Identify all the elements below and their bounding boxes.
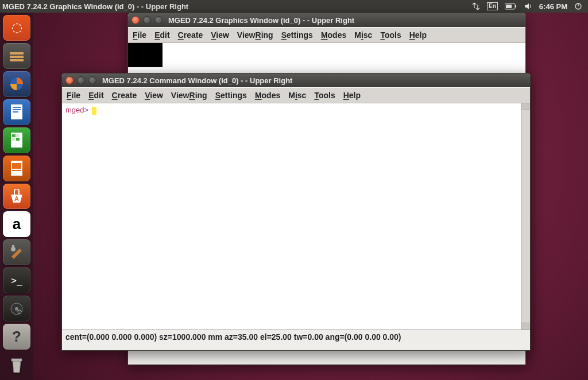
battery-icon[interactable] <box>505 3 517 10</box>
command-prompt: mged> <box>65 106 88 114</box>
svg-rect-11 <box>13 111 18 113</box>
menu-tools[interactable]: Tools <box>380 30 401 40</box>
menu-create[interactable]: Create <box>178 30 203 40</box>
svg-rect-4 <box>10 52 24 55</box>
svg-rect-9 <box>13 107 21 108</box>
graphics-window-titlebar[interactable]: MGED 7.24.2 Graphics Window (id_0) - - U… <box>128 13 525 27</box>
volume-icon[interactable] <box>524 2 532 10</box>
launcher-settings[interactable] <box>3 239 30 265</box>
scrollbar[interactable] <box>521 103 530 329</box>
menu-help[interactable]: Help <box>409 30 427 40</box>
svg-rect-2 <box>506 5 512 8</box>
session-icon[interactable] <box>574 2 582 10</box>
menu-settings[interactable]: Settings <box>215 91 247 100</box>
menu-view[interactable]: View <box>211 30 229 40</box>
launcher-software[interactable]: A <box>3 184 30 210</box>
svg-text:A: A <box>14 195 19 202</box>
launcher-writer[interactable] <box>3 99 30 125</box>
menu-viewring[interactable]: ViewRing <box>171 91 207 100</box>
menu-view[interactable]: View <box>145 91 163 100</box>
unity-launcher: ◌ A a >_ ? <box>0 13 33 380</box>
minimize-button[interactable] <box>143 16 151 24</box>
svg-rect-15 <box>12 138 16 141</box>
menu-misc[interactable]: Misc <box>354 30 372 40</box>
status-bar: cent=(0.000 0.000 0.000) sz=1000.000 mm … <box>62 329 530 343</box>
unity-top-bar: MGED 7.24.2 Graphics Window (id_0) - - U… <box>0 0 588 13</box>
command-menubar: File Edit Create View ViewRing Settings … <box>62 87 530 103</box>
menu-file[interactable]: File <box>133 30 146 40</box>
maximize-button[interactable] <box>154 16 163 24</box>
launcher-dash[interactable]: ◌ <box>3 15 30 41</box>
network-icon[interactable] <box>472 2 480 10</box>
minimize-button[interactable] <box>77 76 85 84</box>
launcher-firefox[interactable] <box>3 71 30 97</box>
menu-create[interactable]: Create <box>112 91 137 100</box>
svg-rect-5 <box>10 56 24 58</box>
graphics-window-title: MGED 7.24.2 Graphics Window (id_0) - - U… <box>168 16 354 25</box>
menu-help[interactable]: Help <box>343 91 361 100</box>
command-text-area[interactable]: mged> <box>62 103 530 329</box>
close-button[interactable] <box>65 76 74 84</box>
launcher-disk[interactable] <box>3 296 30 321</box>
launcher-files[interactable] <box>3 43 30 69</box>
launcher-terminal[interactable]: >_ <box>3 267 30 293</box>
svg-rect-1 <box>515 5 516 7</box>
graphics-viewport-render <box>128 43 163 67</box>
status-text: cent=(0.000 0.000 0.000) sz=1000.000 mm … <box>65 332 401 342</box>
svg-rect-26 <box>11 359 22 361</box>
launcher-calc[interactable] <box>3 127 30 153</box>
svg-rect-14 <box>16 134 20 137</box>
graphics-menubar: File Edit Create View ViewRing Settings … <box>128 27 525 43</box>
launcher-impress[interactable] <box>3 156 30 181</box>
command-window[interactable]: MGED 7.24.2 Command Window (id_0) - - Up… <box>61 73 531 351</box>
launcher-amazon[interactable]: a <box>3 211 30 237</box>
svg-rect-6 <box>10 59 24 61</box>
close-button[interactable] <box>131 16 140 24</box>
menu-misc[interactable]: Misc <box>288 91 306 100</box>
maximize-button[interactable] <box>88 76 96 84</box>
launcher-trash[interactable] <box>3 352 30 378</box>
menu-modes[interactable]: Modes <box>255 91 280 100</box>
svg-rect-16 <box>16 138 20 141</box>
system-indicators: En 6:46 PM <box>472 2 582 11</box>
svg-rect-22 <box>12 245 14 249</box>
menu-edit[interactable]: Edit <box>88 91 103 100</box>
svg-rect-10 <box>13 109 21 110</box>
svg-rect-18 <box>12 163 21 169</box>
command-window-titlebar[interactable]: MGED 7.24.2 Command Window (id_0) - - Up… <box>62 73 530 87</box>
menu-modes[interactable]: Modes <box>321 30 346 40</box>
svg-point-24 <box>15 307 18 311</box>
menu-settings[interactable]: Settings <box>281 30 313 40</box>
scroll-down-icon[interactable] <box>521 323 530 329</box>
active-window-title: MGED 7.24.2 Graphics Window (id_0) - - U… <box>2 2 472 11</box>
command-window-title: MGED 7.24.2 Command Window (id_0) - - Up… <box>102 76 292 85</box>
menu-tools[interactable]: Tools <box>314 91 335 100</box>
scroll-up-icon[interactable] <box>521 103 530 110</box>
svg-rect-19 <box>12 170 21 171</box>
menu-edit[interactable]: Edit <box>154 30 169 40</box>
menu-file[interactable]: File <box>67 91 80 100</box>
svg-rect-13 <box>12 134 16 137</box>
launcher-help[interactable]: ? <box>3 324 30 350</box>
text-caret <box>92 107 96 115</box>
keyboard-indicator[interactable]: En <box>487 2 498 10</box>
menu-viewring[interactable]: ViewRing <box>237 30 273 40</box>
clock[interactable]: 6:46 PM <box>539 2 567 11</box>
